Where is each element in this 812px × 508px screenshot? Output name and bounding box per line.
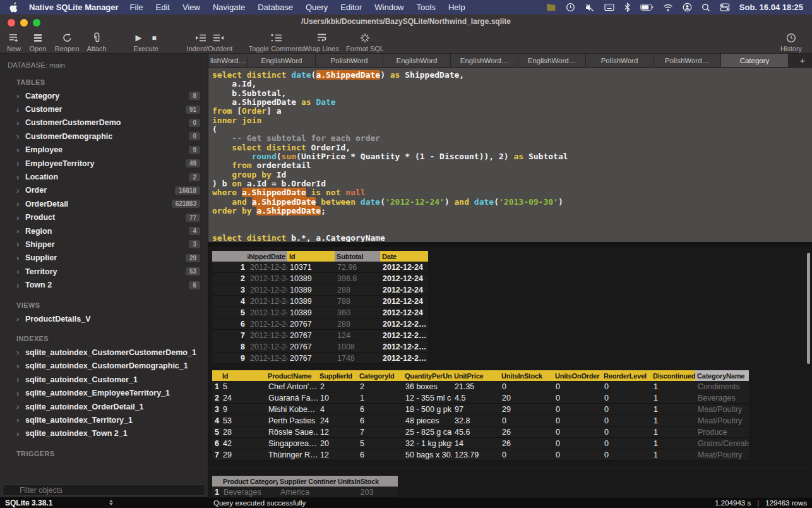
column-header-id[interactable]: Id <box>220 370 266 381</box>
wrap-lines-button[interactable]: Wrap Lines <box>302 31 341 52</box>
editor-tab[interactable]: lishWord… <box>208 54 248 67</box>
column-header-quantityperunit[interactable]: QuantityPerUnit <box>403 370 452 381</box>
open-button[interactable]: Open <box>27 31 49 52</box>
app-menu-title[interactable]: Native SQLite Manager <box>29 3 119 12</box>
column-header-date[interactable]: Date <box>380 251 428 262</box>
column-header-subtotal[interactable]: Subtotal <box>335 251 380 262</box>
time-machine-icon[interactable] <box>566 3 575 12</box>
new-tab-button[interactable]: + <box>793 54 812 67</box>
column-header-unitsinstock[interactable]: UnitsInStock <box>336 476 398 487</box>
table-row[interactable]: 15Chef Anton'…2236 boxes21.350001Condime… <box>212 381 749 392</box>
table-row[interactable]: 62012-12-24207672882012-12-2… <box>212 318 428 330</box>
index-item[interactable]: ›sqlite_autoindex_Town 2_1 <box>0 427 208 440</box>
table-row[interactable]: 82012-12-242076710082012-12-2… <box>212 341 428 353</box>
index-item[interactable]: ›sqlite_autoindex_CustomerDemographic_1 <box>0 360 208 373</box>
table-row[interactable]: 39Mishi Kobe…4618 - 500 g pk…9729001Meat… <box>212 404 749 415</box>
results-vertical-scrollbar[interactable] <box>807 253 810 364</box>
table-item[interactable]: ›Employee9 <box>0 143 208 157</box>
table-item[interactable]: ›Region4 <box>0 224 208 238</box>
table-item[interactable]: ›Order16818 <box>0 184 208 197</box>
version-stepper[interactable] <box>109 500 113 505</box>
menu-item-window[interactable]: Window <box>368 3 410 12</box>
view-item[interactable]: ›ProductDetails_V <box>0 312 208 325</box>
table-row[interactable]: 42012-12-24103897882012-12-24 <box>212 296 428 307</box>
table-row[interactable]: 32012-12-24103892882012-12-24 <box>212 284 428 296</box>
table-row[interactable]: 22012-12-2410389396.82012-12-24 <box>212 273 428 284</box>
attach-button[interactable]: Attach <box>82 31 111 52</box>
table-item[interactable]: ›Customer91 <box>0 102 208 116</box>
battery-icon[interactable] <box>640 4 654 11</box>
menu-item-help[interactable]: Help <box>442 3 472 12</box>
user-account-icon[interactable] <box>683 3 692 12</box>
execute-button[interactable]: ▶ ■ Execute <box>124 31 168 52</box>
editor-tab[interactable]: PolishWord <box>316 54 383 67</box>
column-header-discontinued[interactable]: Discontinued <box>651 370 695 381</box>
index-item[interactable]: ›sqlite_autoindex_Customer_1 <box>0 373 208 386</box>
wifi-icon[interactable] <box>663 4 673 11</box>
input-source-icon[interactable] <box>604 3 614 11</box>
menu-item-edit[interactable]: Edit <box>150 3 176 12</box>
editor-results-splitter[interactable] <box>208 242 812 247</box>
table-row[interactable]: 729Thüringer R…12650 bags x 30…123.79000… <box>212 449 749 461</box>
table-row[interactable]: 92012-12-242076717482012-12-2… <box>212 353 428 364</box>
index-item[interactable]: ›sqlite_autoindex_CustomerCustomerDemo_1 <box>0 346 208 359</box>
play-icon[interactable]: ▶ <box>135 33 141 42</box>
new-button[interactable]: New <box>3 31 25 52</box>
table-item[interactable]: ›CustomerCustomerDemo0 <box>0 116 208 130</box>
table-item[interactable]: ›Territory53 <box>0 265 208 278</box>
column-header-categoryname[interactable]: CategoryName <box>695 370 749 381</box>
column-header-shippeddate[interactable]: ShippedDate <box>248 251 287 262</box>
menu-item-file[interactable]: File <box>124 3 150 12</box>
menu-bar-clock[interactable]: Sob. 16.04 18:25 <box>739 3 803 12</box>
reopen-button[interactable]: Reopen <box>52 31 82 52</box>
table-item[interactable]: ›Town 26 <box>0 278 208 291</box>
editor-tab[interactable]: EnglishWord… <box>518 54 586 67</box>
column-header-unitsonorder[interactable]: UnitsOnOrder <box>553 370 602 381</box>
table-item[interactable]: ›Location2 <box>0 170 208 183</box>
table-row[interactable]: 72012-12-24207671242012-12-2… <box>212 330 428 341</box>
table-item[interactable]: ›OrderDetail621883 <box>0 197 208 210</box>
stop-icon[interactable]: ■ <box>152 33 156 42</box>
table-row[interactable]: 52012-12-24103893602012-12-24 <box>212 307 428 318</box>
column-header-supplierid[interactable]: SupplierId <box>318 370 357 381</box>
table-row[interactable]: 1BeveragesAmerica203 <box>212 487 398 498</box>
column-header-categoryid[interactable]: CategoryId <box>357 370 403 381</box>
table-item[interactable]: ›Supplier29 <box>0 251 208 265</box>
sql-editor[interactable]: select distinct date(a.ShippedDate) as S… <box>208 68 812 242</box>
menu-item-database[interactable]: Database <box>251 3 299 12</box>
table-item[interactable]: ›Product77 <box>0 211 208 224</box>
indent-outdent-button[interactable]: Indent/Outdent <box>179 31 240 52</box>
folder-icon[interactable] <box>546 3 556 11</box>
column-header-rownum[interactable] <box>212 251 248 262</box>
table-item[interactable]: ›Shipper3 <box>0 238 208 251</box>
spotlight-search-icon[interactable] <box>702 3 710 12</box>
editor-tab[interactable]: Category <box>721 54 789 67</box>
table-row[interactable]: 224Guaraná Fa…10112 - 355 ml c…4.520001B… <box>212 392 749 404</box>
history-button[interactable]: History <box>774 31 808 52</box>
menu-item-view[interactable]: View <box>176 3 206 12</box>
table-row[interactable]: 642Singaporea…20532 - 1 kg pkgs.1426001G… <box>212 438 749 449</box>
apple-menu-icon[interactable] <box>9 3 25 13</box>
format-sql-button[interactable]: Format SQL <box>345 31 385 52</box>
column-header-unitprice[interactable]: UnitPrice <box>452 370 499 381</box>
control-center-icon[interactable] <box>720 3 730 11</box>
volume-muted-icon[interactable] <box>585 3 595 12</box>
editor-tab[interactable]: PolishWord <box>586 54 654 67</box>
index-item[interactable]: ›sqlite_autoindex_OrderDetail_1 <box>0 400 208 413</box>
table-row[interactable]: 453Perth Pasties24648 pieces32.80001Meat… <box>212 415 749 426</box>
editor-tab[interactable]: PolishWord… <box>654 54 721 67</box>
column-header-productname[interactable]: ProductName <box>266 370 318 381</box>
filter-objects-input[interactable] <box>3 484 205 496</box>
index-item[interactable]: ›sqlite_autoindex_EmployeeTerritory_1 <box>0 386 208 399</box>
editor-tab[interactable]: EnglishWord <box>248 54 316 67</box>
column-header-id[interactable]: Id <box>287 251 335 262</box>
column-header-reorderlevel[interactable]: ReorderLevel <box>602 370 651 381</box>
column-header-product-category[interactable]: Product Category <box>221 476 278 487</box>
editor-tab[interactable]: EnglishWord… <box>451 54 518 67</box>
column-header-rownum[interactable] <box>212 476 221 487</box>
table-item[interactable]: ›Category8 <box>0 89 208 102</box>
table-item[interactable]: ›EmployeeTerritory49 <box>0 157 208 170</box>
index-item[interactable]: ›sqlite_autoindex_Territory_1 <box>0 413 208 426</box>
column-header-supplier-continent[interactable]: Supplier Continent <box>278 476 336 487</box>
menu-item-tools[interactable]: Tools <box>410 3 442 12</box>
